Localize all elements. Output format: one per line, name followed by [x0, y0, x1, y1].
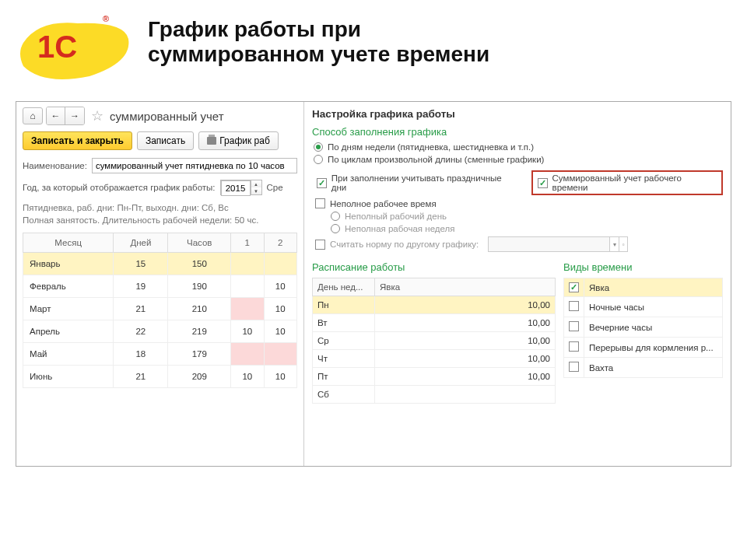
checkbox-icon: [317, 178, 327, 188]
favorite-icon[interactable]: ☆: [91, 107, 103, 124]
right-pane: Настройка графика работы Способ заполнен…: [304, 102, 731, 466]
chk-summed-time[interactable]: Суммированный учет рабочего времени: [538, 173, 717, 192]
radio-part-day: Неполный рабочий день: [331, 212, 723, 221]
col-month: Месяц: [23, 233, 114, 253]
table-row[interactable]: Январь15150: [23, 253, 297, 275]
save-button[interactable]: Записать: [137, 131, 194, 150]
table-row[interactable]: Март2121010: [23, 298, 297, 320]
table-row[interactable]: Перерывы для кормления р...: [564, 338, 723, 358]
checkbox-icon: [538, 178, 548, 188]
col-1: 1: [231, 233, 264, 253]
settings-title: Настройка графика работы: [312, 108, 723, 120]
checkbox-icon[interactable]: [569, 321, 579, 331]
name-input[interactable]: [92, 158, 297, 173]
left-pane: ⌂ ← → ☆ суммированный учет Записать и за…: [16, 102, 304, 466]
checkbox-icon[interactable]: [569, 301, 579, 311]
summed-time-highlight: Суммированный учет рабочего времени: [531, 170, 723, 195]
col-hours: Часов: [168, 233, 231, 253]
year-input[interactable]: [221, 180, 251, 196]
months-table[interactable]: Месяц Дней Часов 1 2 Январь15150Февраль1…: [23, 233, 297, 388]
printer-icon: [207, 137, 216, 145]
table-row[interactable]: Сб: [313, 386, 556, 404]
name-label: Наименование:: [23, 161, 87, 170]
year-up-button[interactable]: ▲: [251, 180, 261, 187]
radio-part-week: Неполная рабочая неделя: [331, 224, 723, 233]
open-button[interactable]: ▫: [619, 237, 628, 251]
nav-forward-button[interactable]: →: [65, 107, 84, 124]
fill-method-header: Способ заполнения графика: [312, 126, 723, 138]
chk-parttime[interactable]: Неполное рабочее время: [315, 198, 723, 208]
types-table[interactable]: ЯвкаНочные часыВечерние часыПерерывы для…: [563, 278, 723, 378]
avg-label: Сре: [267, 183, 283, 192]
schedule-info: Пятидневка, раб. дни: Пн-Пт, выходн. дни…: [23, 201, 297, 226]
checkbox-icon[interactable]: [569, 341, 579, 352]
table-row[interactable]: Вт10,00: [313, 314, 556, 332]
radio-icon: [331, 224, 340, 233]
window-title: суммированный учет: [110, 110, 224, 123]
registered-icon: ®: [103, 14, 109, 23]
logo-1c: 1С ®: [16, 8, 132, 86]
table-row[interactable]: Чт10,00: [313, 350, 556, 368]
checkbox-icon: [315, 198, 325, 208]
other-norm-input: [489, 237, 609, 251]
radio-icon: [331, 212, 340, 221]
radio-by-weekdays[interactable]: По дням недели (пятидневка, шестидневка …: [314, 142, 723, 152]
col-2: 2: [264, 233, 296, 253]
table-row[interactable]: Явка: [564, 278, 723, 297]
year-label: Год, за который отображается график рабо…: [23, 183, 216, 192]
table-row[interactable]: Пт10,00: [313, 368, 556, 386]
app-window: ⌂ ← → ☆ суммированный учет Записать и за…: [16, 101, 731, 467]
checkbox-icon: [315, 240, 325, 250]
table-row[interactable]: Ночные часы: [564, 297, 723, 317]
checkbox-icon[interactable]: [569, 362, 579, 372]
table-row[interactable]: Вахта: [564, 358, 723, 378]
chk-holidays[interactable]: При заполнении учитывать праздничные дни: [317, 173, 516, 192]
save-close-button[interactable]: Записать и закрыть: [23, 131, 132, 150]
chk-other-norm[interactable]: Считать норму по другому графику: ▾ ▫: [315, 236, 723, 252]
year-down-button[interactable]: ▼: [251, 187, 261, 194]
table-row[interactable]: Вечерние часы: [564, 317, 723, 338]
radio-icon: [314, 142, 323, 152]
table-row[interactable]: Ср10,00: [313, 332, 556, 350]
col-days: Дней: [114, 233, 168, 253]
radio-icon: [314, 155, 323, 164]
types-header: Виды времени: [563, 261, 723, 273]
table-row[interactable]: Пн10,00: [313, 296, 556, 314]
table-row[interactable]: Июнь212091010: [23, 366, 297, 388]
table-row[interactable]: Май18179: [23, 343, 297, 366]
table-row[interactable]: Февраль1919010: [23, 275, 297, 298]
table-row[interactable]: Апрель222191010: [23, 320, 297, 343]
schedule-table[interactable]: День нед... Явка Пн10,00Вт10,00Ср10,00Чт…: [312, 278, 556, 404]
slide-title: График работы при суммированном учете вр…: [148, 8, 489, 67]
logo-text: 1С: [37, 30, 77, 65]
nav-back-button[interactable]: ←: [47, 107, 65, 124]
checkbox-icon[interactable]: [569, 282, 579, 292]
home-button[interactable]: ⌂: [23, 107, 43, 124]
dropdown-button[interactable]: ▾: [609, 237, 619, 251]
radio-by-cycles[interactable]: По циклам произвольной длины (сменные гр…: [314, 155, 723, 164]
print-schedule-button[interactable]: График раб: [198, 131, 279, 150]
schedule-header: Расписание работы: [312, 261, 556, 273]
